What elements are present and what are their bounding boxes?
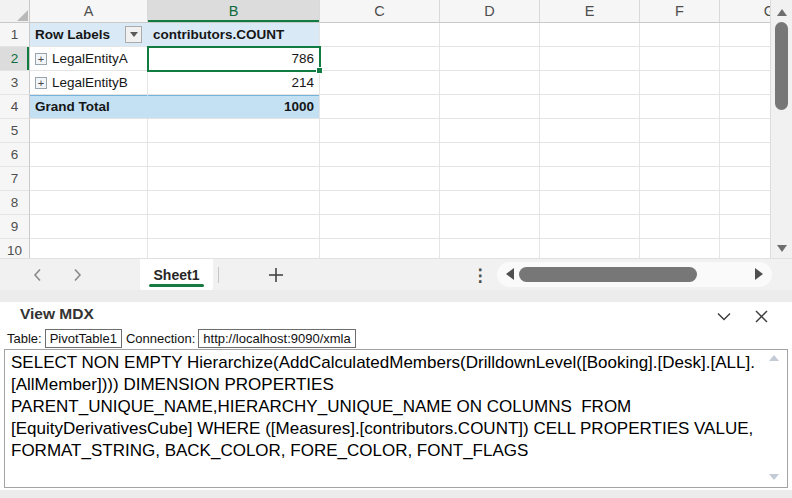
scroll-right-icon[interactable] [755,268,763,280]
cell-e3[interactable] [540,71,640,95]
cell-f2[interactable] [640,47,720,71]
cell-f6[interactable] [640,143,720,167]
row-header-4[interactable]: 4 [0,95,30,119]
cell-e1[interactable] [540,23,640,47]
cell-c1[interactable] [320,23,440,47]
row-labels-filter-button[interactable] [125,26,142,43]
scroll-left-icon[interactable] [506,268,514,280]
expand-icon[interactable]: + [35,77,47,89]
cell-e10[interactable] [540,239,640,258]
cell-d7[interactable] [440,167,540,191]
cell-a2[interactable]: +LegalEntityA [30,47,148,71]
cell-b6[interactable] [148,143,320,167]
textarea-scroll-up-icon[interactable] [769,355,779,361]
column-header-e[interactable]: E [540,0,640,23]
add-sheet-button[interactable] [263,263,289,287]
row-header-6[interactable]: 6 [0,143,30,167]
cell-d6[interactable] [440,143,540,167]
expand-icon[interactable]: + [35,53,47,65]
cell-d9[interactable] [440,215,540,239]
cell-b10[interactable] [148,239,320,258]
cell-d3[interactable] [440,71,540,95]
cell-b2[interactable]: 786 [148,47,320,71]
horizontal-scrollbar-thumb[interactable] [519,267,697,282]
row-header-1[interactable]: 1 [0,23,30,47]
cell-e4[interactable] [540,95,640,119]
cell-a4[interactable]: Grand Total [30,95,148,119]
cell-b1[interactable]: contributors.COUNT [148,23,320,47]
cell-c8[interactable] [320,191,440,215]
cell-e5[interactable] [540,119,640,143]
row-header-5[interactable]: 5 [0,119,30,143]
cell-f10[interactable] [640,239,720,258]
cell-c2[interactable] [320,47,440,71]
cell-f4[interactable] [640,95,720,119]
cell-f5[interactable] [640,119,720,143]
column-header-b[interactable]: B [148,0,320,23]
cell-c5[interactable] [320,119,440,143]
scroll-down-icon[interactable] [777,245,787,252]
vertical-scrollbar[interactable] [770,0,792,258]
cell-f7[interactable] [640,167,720,191]
collapse-pane-button[interactable] [716,308,732,324]
cell-c4[interactable] [320,95,440,119]
close-pane-button[interactable] [753,308,769,324]
row-header-9[interactable]: 9 [0,215,30,239]
connection-url-box[interactable]: http://localhost:9090/xmla [198,329,355,348]
cell-f3[interactable] [640,71,720,95]
cell-c6[interactable] [320,143,440,167]
table-name-box[interactable]: PivotTable1 [45,329,122,348]
cell-a10[interactable] [30,239,148,258]
cell-f1[interactable] [640,23,720,47]
row-header-7[interactable]: 7 [0,167,30,191]
cell-e9[interactable] [540,215,640,239]
cell-e2[interactable] [540,47,640,71]
cell-c9[interactable] [320,215,440,239]
row-header-10[interactable]: 10 [0,239,30,258]
cell-b7[interactable] [148,167,320,191]
vertical-scrollbar-thumb[interactable] [775,22,788,110]
row-header-2[interactable]: 2 [0,47,30,71]
cell-e7[interactable] [540,167,640,191]
column-header-f[interactable]: F [640,0,720,23]
prev-sheet-button[interactable] [26,264,48,286]
cell-a8[interactable] [30,191,148,215]
cell-b8[interactable] [148,191,320,215]
cell-f9[interactable] [640,215,720,239]
cell-c10[interactable] [320,239,440,258]
cell-a1[interactable]: Row Labels [30,23,148,47]
cell-b3[interactable]: 214 [148,71,320,95]
column-header-a[interactable]: A [30,0,148,23]
tab-sheet1[interactable]: Sheet1 [140,259,213,291]
cell-d4[interactable] [440,95,540,119]
textarea-scroll-down-icon[interactable] [769,474,779,480]
grip-dots-icon[interactable]: ⋮ [472,263,488,287]
mdx-query-textarea[interactable]: SELECT NON EMPTY Hierarchize(AddCalculat… [4,349,788,488]
row-header-3[interactable]: 3 [0,71,30,95]
cell-d10[interactable] [440,239,540,258]
cell-d1[interactable] [440,23,540,47]
cell-a7[interactable] [30,167,148,191]
cell-d5[interactable] [440,119,540,143]
select-all-corner[interactable] [0,0,30,23]
cell-c7[interactable] [320,167,440,191]
cell-b9[interactable] [148,215,320,239]
cell-d2[interactable] [440,47,540,71]
cell-b4[interactable]: 1000 [148,95,320,119]
cell-a6[interactable] [30,143,148,167]
row-header-8[interactable]: 8 [0,191,30,215]
cell-c3[interactable] [320,71,440,95]
horizontal-scrollbar[interactable] [497,262,772,287]
cell-a5[interactable] [30,119,148,143]
next-sheet-button[interactable] [66,264,88,286]
cell-e6[interactable] [540,143,640,167]
cell-a3[interactable]: +LegalEntityB [30,71,148,95]
scroll-up-icon[interactable] [777,9,787,16]
cell-a9[interactable] [30,215,148,239]
fill-handle[interactable] [316,67,323,74]
cell-d8[interactable] [440,191,540,215]
cell-f8[interactable] [640,191,720,215]
cell-e8[interactable] [540,191,640,215]
cell-b5[interactable] [148,119,320,143]
column-header-d[interactable]: D [440,0,540,23]
